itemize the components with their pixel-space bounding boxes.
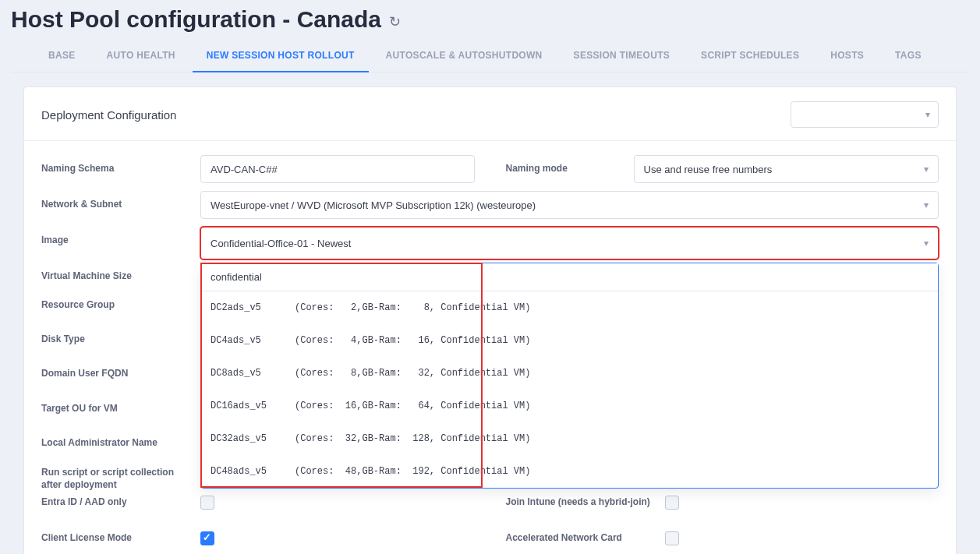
label-resource-group: Resource Group — [41, 298, 189, 311]
vm-size-option[interactable]: DC2ads_v5 (Cores: 2,GB-Ram: 8, Confident… — [201, 291, 938, 324]
tab-base[interactable]: BASE — [34, 42, 90, 72]
label-client-license: Client License Mode — [41, 524, 189, 544]
vm-size-option[interactable]: DC48ads_v5 (Cores: 48,GB-Ram: 192, Confi… — [201, 455, 938, 488]
section-title: Deployment Configuration — [41, 108, 176, 122]
page-title: Host Pool configuration - Canada — [11, 6, 381, 33]
label-disk-type: Disk Type — [41, 333, 189, 345]
naming-schema-value: AVD-CAN-C## — [211, 164, 278, 175]
label-domain-user-fqdn: Domain User FQDN — [41, 367, 189, 379]
naming-schema-input[interactable]: AVD-CAN-C## — [200, 155, 475, 183]
chevron-down-icon: ▾ — [924, 164, 929, 175]
label-vm-size: Virtual Machine Size — [41, 263, 189, 282]
label-naming-mode: Naming mode — [506, 155, 623, 175]
image-select[interactable]: Confidential-Office-01 - Newest ▾ — [200, 227, 939, 259]
entra-only-checkbox[interactable] — [200, 496, 214, 510]
tab-bar: BASEAUTO HEALTHNEW SESSION HOST ROLLOUTA… — [11, 42, 969, 72]
refresh-icon[interactable]: ↻ — [389, 13, 401, 30]
label-network-subnet: Network & Subnet — [41, 191, 189, 210]
join-intune-checkbox[interactable] — [665, 496, 679, 510]
chevron-down-icon: ▾ — [924, 238, 929, 249]
client-license-checkbox[interactable] — [200, 531, 214, 545]
label-naming-schema: Naming Schema — [41, 155, 189, 175]
vm-size-option[interactable]: DC4ads_v5 (Cores: 4,GB-Ram: 16, Confiden… — [201, 324, 938, 357]
chevron-down-icon: ▾ — [924, 199, 929, 210]
label-image: Image — [41, 227, 189, 246]
network-subnet-value: WestEurope-vnet / WVD (Microsoft MVP Sub… — [211, 199, 536, 211]
vm-size-option[interactable]: DC32ads_v5 (Cores: 32,GB-Ram: 128, Confi… — [201, 422, 938, 455]
naming-mode-value: Use and reuse free numbers — [644, 164, 773, 175]
vm-size-search-input[interactable] — [201, 263, 938, 291]
naming-mode-select[interactable]: Use and reuse free numbers ▾ — [634, 155, 939, 183]
vm-size-option[interactable]: DC16ads_v5 (Cores: 16,GB-Ram: 64, Confid… — [201, 390, 938, 422]
network-subnet-select[interactable]: WestEurope-vnet / WVD (Microsoft MVP Sub… — [200, 191, 939, 219]
accel-net-checkbox[interactable] — [665, 531, 679, 545]
vm-size-option-list: DC2ads_v5 (Cores: 2,GB-Ram: 8, Confident… — [201, 291, 938, 488]
label-accel-net: Accelerated Network Card — [506, 524, 654, 544]
tab-auto-health[interactable]: AUTO HEALTH — [93, 42, 189, 72]
label-local-admin: Local Administrator Name — [41, 436, 189, 449]
tab-new-session-host-rollout[interactable]: NEW SESSION HOST ROLLOUT — [193, 42, 369, 72]
tab-script-schedules[interactable]: SCRIPT SCHEDULES — [687, 42, 813, 72]
label-target-ou: Target OU for VM — [41, 402, 189, 415]
vm-size-dropdown[interactable]: DC2ads_v5 (Cores: 2,GB-Ram: 8, Confident… — [200, 263, 939, 489]
label-run-script: Run script or script collection after de… — [41, 466, 189, 491]
vm-size-option[interactable]: DC8ads_v5 (Cores: 8,GB-Ram: 32, Confiden… — [201, 357, 938, 390]
tab-tags[interactable]: TAGS — [881, 42, 936, 72]
label-join-intune: Join Intune (needs a hybrid-join) — [506, 489, 654, 508]
image-value: Confidential-Office-01 - Newest — [211, 238, 351, 249]
tab-session-timeouts[interactable]: SESSION TIMEOUTS — [560, 42, 684, 72]
deployment-config-panel: Deployment Configuration ▾ Naming Schema… — [23, 86, 957, 554]
chevron-down-icon: ▾ — [925, 109, 930, 120]
tab-hosts[interactable]: HOSTS — [816, 42, 878, 72]
label-entra-only: Entra ID / AAD only — [41, 489, 189, 508]
tab-autoscale-autoshutdown[interactable]: AUTOSCALE & AUTOSHUTDOWN — [372, 42, 557, 72]
section-action-dropdown[interactable]: ▾ — [791, 101, 939, 128]
